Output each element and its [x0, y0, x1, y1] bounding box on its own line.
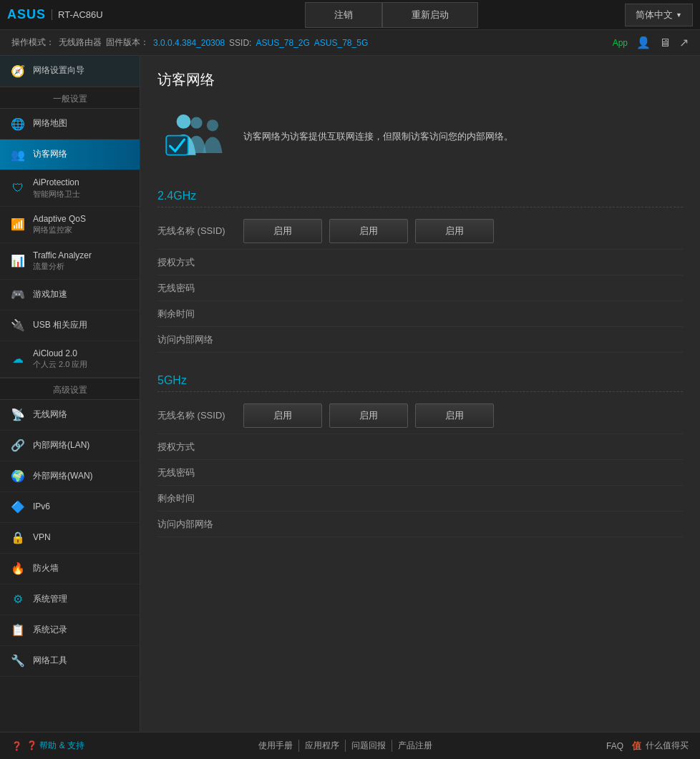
footer-link-app[interactable]: 应用程序 [299, 740, 346, 752]
monitor-icon-button[interactable]: 🖥 [659, 36, 671, 49]
sidebar-item-label: VPN [33, 532, 51, 544]
top-bar: ASUS RT-AC86U 注销 重新启动 简体中文 [0, 0, 700, 30]
sidebar-item-usb[interactable]: 🔌 USB 相关应用 [0, 310, 140, 341]
sidebar-item-tools[interactable]: 🔧 网络工具 [0, 646, 140, 677]
remaining-label-2g: 剩余时间 [157, 308, 243, 320]
sidebar-item-label: 内部网络(LAN) [33, 440, 89, 451]
sidebar-item-lan[interactable]: 🔗 内部网络(LAN) [0, 431, 140, 461]
footer-brand: 值 什么值得买 [632, 740, 689, 753]
footer-links: 使用手册 应用程序 问题回报 产品注册 [253, 740, 438, 752]
auth-row-2g: 授权方式 [157, 250, 683, 275]
ssid-5g[interactable]: ASUS_78_5G [314, 38, 368, 48]
firmware-value[interactable]: 3.0.0.4.384_20308 [153, 38, 225, 48]
ssid-controls-5g: 启用 启用 启用 [243, 403, 683, 428]
sidebar-item-wireless[interactable]: 📡 无线网络 [0, 400, 140, 431]
sidebar-item-aiprotection[interactable]: 🛡 AiProtection 智能网络卫士 [0, 170, 140, 207]
sidebar-item-guest-network[interactable]: 👥 访客网络 [0, 139, 140, 170]
sidebar: 🧭 网络设置向导 一般设置 🌐 网络地图 👥 访客网络 🛡 AiProtecti… [0, 56, 140, 732]
faq-label: FAQ [606, 741, 623, 751]
help-label[interactable]: ❓ 帮助 & 支持 [26, 740, 84, 752]
lan-icon: 🔗 [10, 438, 26, 454]
wizard-icon: 🧭 [10, 63, 26, 79]
asus-logo: ASUS [7, 7, 46, 22]
sidebar-item-network-map[interactable]: 🌐 网络地图 [0, 109, 140, 139]
mode-label: 操作模式： [11, 36, 54, 49]
top-nav: 注销 重新启动 [157, 2, 625, 28]
cancel-button[interactable]: 注销 [305, 2, 382, 28]
section-5ghz: 5GHz 无线名称 (SSID) 启用 启用 启用 授权方式 无线密码 剩余时间 [157, 374, 683, 537]
sidebar-item-label: 游戏加速 [33, 289, 67, 300]
adaptive-qos-icon: 📶 [10, 217, 26, 232]
admin-icon: ⚙ [10, 592, 26, 607]
tools-icon: 🔧 [10, 653, 26, 669]
internal-access-row-2g: 访问内部网络 [157, 327, 683, 353]
auth-label-2g: 授权方式 [157, 256, 243, 269]
sidebar-item-game-boost[interactable]: 🎮 游戏加速 [0, 280, 140, 310]
password-row-5g: 无线密码 [157, 460, 683, 486]
remaining-label-5g: 剩余时间 [157, 492, 243, 505]
ssid-label-2g: 无线名称 (SSID) [157, 225, 243, 238]
help-icon: ❓ [11, 741, 22, 751]
sidebar-item-label: 访客网络 [33, 149, 67, 160]
wireless-icon: 📡 [10, 407, 26, 423]
internal-access-label-5g: 访问内部网络 [157, 518, 243, 531]
traffic-analyzer-icon: 📊 [10, 253, 26, 269]
footer-link-register[interactable]: 产品注册 [392, 740, 438, 752]
firmware-label: 固件版本： [106, 36, 149, 49]
sidebar-item-vpn[interactable]: 🔒 VPN [0, 523, 140, 554]
language-selector[interactable]: 简体中文 [625, 4, 693, 26]
sidebar-item-wan[interactable]: 🌍 外部网络(WAN) [0, 461, 140, 492]
user-icon-button[interactable]: 👤 [636, 36, 651, 49]
enable-btn-2g-3[interactable]: 启用 [415, 219, 494, 243]
firewall-icon: 🔥 [10, 561, 26, 577]
sidebar-item-label: IPv6 [33, 501, 50, 513]
remaining-row-2g: 剩余时间 [157, 301, 683, 327]
ssid-row-5g: 无线名称 (SSID) 启用 启用 启用 [157, 398, 683, 434]
password-label-2g: 无线密码 [157, 282, 243, 295]
sidebar-item-wizard[interactable]: 🧭 网络设置向导 [0, 56, 140, 87]
sidebar-item-label: Traffic Analyzer 流量分析 [33, 250, 92, 272]
status-bar: 操作模式： 无线路由器 固件版本： 3.0.0.4.384_20308 SSID… [0, 30, 700, 56]
sidebar-item-label: Adaptive QoS 网络监控家 [33, 214, 86, 235]
footer-help: ❓ ❓ 帮助 & 支持 [11, 740, 84, 752]
internal-access-label-2g: 访问内部网络 [157, 333, 243, 346]
enable-btn-5g-2[interactable]: 启用 [329, 403, 408, 428]
sidebar-item-syslog[interactable]: 📋 系统记录 [0, 615, 140, 646]
internal-access-row-5g: 访问内部网络 [157, 511, 683, 537]
main-layout: 🧭 网络设置向导 一般设置 🌐 网络地图 👥 访客网络 🛡 AiProtecti… [0, 56, 700, 732]
app-label: App [613, 38, 628, 48]
mode-value: 无线路由器 [59, 36, 102, 49]
enable-btn-2g-1[interactable]: 启用 [243, 219, 322, 243]
enable-btn-2g-2[interactable]: 启用 [329, 219, 408, 243]
restart-button[interactable]: 重新启动 [382, 2, 478, 28]
logo-area: ASUS RT-AC86U [0, 7, 157, 22]
ipv6-icon: 🔷 [10, 499, 26, 515]
ssid-controls-2g: 启用 启用 启用 [243, 219, 683, 243]
footer-right: FAQ 值 什么值得买 [606, 740, 689, 753]
enable-btn-5g-1[interactable]: 启用 [243, 403, 322, 428]
sidebar-item-label: 网络工具 [33, 655, 67, 667]
svg-point-0 [207, 119, 218, 131]
sidebar-item-aicloud[interactable]: ☁ AiCloud 2.0 个人云 2.0 应用 [0, 341, 140, 378]
guest-icon [161, 110, 225, 164]
ssid-2g[interactable]: ASUS_78_2G [256, 38, 309, 48]
footer: ❓ ❓ 帮助 & 支持 使用手册 应用程序 问题回报 产品注册 FAQ 值 什么… [0, 732, 700, 759]
sidebar-item-label: 外部网络(WAN) [33, 471, 93, 482]
sidebar-item-adaptive-qos[interactable]: 📶 Adaptive QoS 网络监控家 [0, 207, 140, 243]
brand-label: 什么值得买 [646, 740, 689, 752]
share-icon-button[interactable]: ↗ [679, 36, 689, 49]
freq-title-2-4ghz: 2.4GHz [157, 190, 683, 207]
sidebar-item-firewall[interactable]: 🔥 防火墙 [0, 554, 140, 584]
enable-btn-5g-3[interactable]: 启用 [415, 403, 494, 428]
aicloud-icon: ☁ [10, 351, 26, 367]
general-section-header: 一般设置 [0, 87, 140, 109]
footer-link-feedback[interactable]: 问题回报 [346, 740, 392, 752]
freq-title-5ghz: 5GHz [157, 374, 683, 392]
aiprotection-icon: 🛡 [10, 180, 26, 196]
wan-icon: 🌍 [10, 469, 26, 484]
sidebar-item-ipv6[interactable]: 🔷 IPv6 [0, 492, 140, 523]
footer-link-manual[interactable]: 使用手册 [253, 740, 299, 752]
sidebar-item-admin[interactable]: ⚙ 系统管理 [0, 584, 140, 615]
sidebar-item-traffic-analyzer[interactable]: 📊 Traffic Analyzer 流量分析 [0, 243, 140, 280]
vpn-icon: 🔒 [10, 530, 26, 546]
